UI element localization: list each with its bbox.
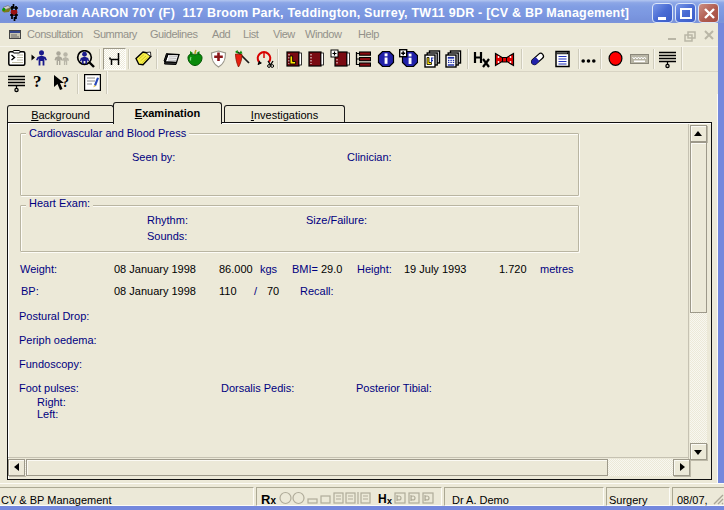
svg-text:H: H <box>378 492 387 505</box>
svg-text:x: x <box>387 496 392 505</box>
svg-text:?: ? <box>62 75 69 90</box>
